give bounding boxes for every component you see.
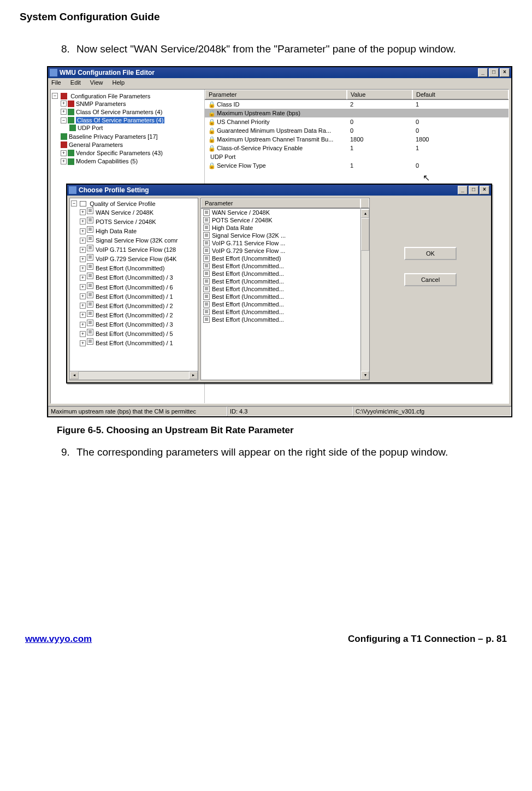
- scroll-up-icon[interactable]: ▴: [361, 209, 369, 218]
- parameter-list-item[interactable]: High Data Rate: [201, 224, 369, 232]
- scroll-left-icon[interactable]: ◂: [70, 371, 79, 379]
- expand-icon[interactable]: +: [80, 256, 86, 262]
- profile-tree-item[interactable]: +Best Effort (Uncommitted) / 6: [80, 282, 197, 291]
- profile-tree-item[interactable]: +Best Effort (Uncommitted) / 2: [80, 300, 197, 310]
- profile-tree-item[interactable]: +VoIP G.729 Service Flow (64K: [80, 253, 197, 263]
- profile-tree-item[interactable]: +WAN Service / 2048K: [80, 207, 197, 216]
- profile-tree-item[interactable]: +Signal Service Flow (32K comr: [80, 235, 197, 244]
- menu-view[interactable]: View: [90, 79, 103, 86]
- grid-row[interactable]: 🔒Guaranteed Minimum Upstream Data Ra...0…: [205, 126, 509, 135]
- scroll-track[interactable]: [361, 251, 369, 371]
- profile-tree-item[interactable]: +Best Effort (Uncommitted) / 1: [80, 291, 197, 300]
- profile-tree-item[interactable]: +VoIP G.711 Service Flow (128: [80, 244, 197, 253]
- expand-icon[interactable]: +: [80, 284, 86, 290]
- parameter-list-item[interactable]: POTS Service / 2048K: [201, 216, 369, 224]
- scroll-right-icon[interactable]: ▸: [189, 371, 198, 379]
- tree-item-selected[interactable]: −Class Of Service Parameters (4) UDP Por…: [61, 116, 203, 132]
- expand-icon[interactable]: +: [80, 219, 86, 225]
- parameter-list-item[interactable]: Best Effort (Uncommitted...: [201, 293, 369, 300]
- collapse-icon[interactable]: −: [71, 200, 77, 206]
- parameter-list-item[interactable]: Best Effort (Uncommitted...: [201, 262, 369, 270]
- close-button[interactable]: ×: [480, 186, 489, 194]
- expand-icon[interactable]: +: [61, 158, 67, 164]
- grid-row[interactable]: UDP Port: [205, 152, 509, 161]
- profile-tree-item[interactable]: +Best Effort (Uncommitted) / 5: [80, 328, 197, 338]
- tree-item[interactable]: Baseline Privacy Parameters [17]: [61, 132, 203, 140]
- col-parameter[interactable]: Parameter: [205, 90, 347, 99]
- parameter-list-item[interactable]: Best Effort (Uncommitted...: [201, 316, 369, 323]
- menu-file[interactable]: File: [51, 79, 61, 86]
- profile-tree-root[interactable]: − Quality of Service Profile +WAN Servic…: [71, 199, 197, 348]
- tree-hscrollbar[interactable]: ◂ ▸: [70, 371, 198, 380]
- parameter-list-item[interactable]: Best Effort (Uncommitted...: [201, 285, 369, 293]
- parameter-list-item[interactable]: WAN Service / 2048K: [201, 209, 369, 216]
- parameter-list-item[interactable]: VoIP G.711 Service Flow ...: [201, 239, 369, 247]
- profile-tree-item[interactable]: +High Data Rate: [80, 226, 197, 235]
- ok-button[interactable]: OK: [404, 247, 457, 260]
- minimize-button[interactable]: _: [478, 68, 488, 77]
- grid-row[interactable]: 🔒Class-of-Service Privacy Enable11: [205, 144, 509, 152]
- tree-item[interactable]: UDP Port: [69, 123, 203, 132]
- expand-icon[interactable]: +: [80, 247, 86, 253]
- expand-icon[interactable]: +: [80, 293, 86, 299]
- expand-icon[interactable]: +: [80, 331, 86, 337]
- parameter-list-item[interactable]: Best Effort (Uncommitted...: [201, 308, 369, 316]
- tree-root-node[interactable]: − Configuration File Parameters +SNMP Pa…: [52, 92, 203, 166]
- expand-icon[interactable]: +: [61, 101, 67, 107]
- expand-icon[interactable]: +: [80, 322, 86, 328]
- editor-titlebar[interactable]: WMU Configuration File Editor _ □ ×: [48, 67, 511, 78]
- expand-icon[interactable]: +: [80, 238, 86, 244]
- scroll-down-icon[interactable]: ▾: [361, 371, 369, 380]
- maximize-button[interactable]: □: [489, 68, 499, 77]
- cancel-button[interactable]: Cancel: [404, 273, 457, 286]
- tree-item[interactable]: +Modem Capabilities (5): [61, 157, 203, 165]
- tree-item[interactable]: +Vendor Specific Parameters (43): [61, 149, 203, 157]
- col-default[interactable]: Default: [412, 90, 509, 99]
- scroll-track[interactable]: [79, 371, 189, 380]
- list-vscrollbar[interactable]: ▴ ▾: [360, 209, 369, 380]
- expand-icon[interactable]: +: [80, 209, 86, 215]
- tree-item[interactable]: +Class Of Service Parameters (4): [61, 108, 203, 116]
- grid-row[interactable]: 🔒Maximum Upstream Rate (bps): [205, 109, 509, 117]
- tree-item[interactable]: +SNMP Parameters: [61, 99, 203, 108]
- footer-link[interactable]: www.vyyo.com: [25, 634, 92, 645]
- expand-icon[interactable]: +: [80, 312, 86, 318]
- parameter-list-item[interactable]: Best Effort (Uncommitted): [201, 255, 369, 262]
- profile-tree-item[interactable]: +Best Effort (Uncommitted): [80, 263, 197, 272]
- profile-tree-item[interactable]: +Best Effort (Uncommitted) / 2: [80, 310, 197, 319]
- grid-row[interactable]: 🔒Maximum Upstream Channel Transmit Bu...…: [205, 135, 509, 144]
- parameter-list-item[interactable]: Signal Service Flow (32K ...: [201, 232, 369, 239]
- collapse-icon[interactable]: −: [52, 93, 58, 99]
- minimize-button[interactable]: _: [458, 186, 468, 194]
- profile-tree-item[interactable]: +Best Effort (Uncommitted) / 3: [80, 272, 197, 281]
- profile-tree-item[interactable]: +Best Effort (Uncommitted) / 1: [80, 338, 197, 347]
- close-button[interactable]: ×: [500, 68, 510, 77]
- expand-icon[interactable]: +: [80, 340, 86, 346]
- profile-tree-item[interactable]: +POTS Service / 2048K: [80, 216, 197, 226]
- expand-icon[interactable]: +: [80, 265, 86, 271]
- collapse-icon[interactable]: −: [61, 117, 67, 123]
- menu-help[interactable]: Help: [113, 79, 125, 86]
- parameter-list-item[interactable]: Best Effort (Uncommitted...: [201, 270, 369, 278]
- col-parameter[interactable]: Parameter: [201, 198, 360, 208]
- popup-titlebar[interactable]: Choose Profile Setting _ □ ×: [67, 185, 491, 196]
- col-value[interactable]: Value: [347, 90, 412, 99]
- grid-row[interactable]: 🔒Service Flow Type10: [205, 161, 509, 170]
- grid-row[interactable]: 🔒Class ID21: [205, 100, 509, 109]
- profile-tree-item[interactable]: +Best Effort (Uncommitted) / 3: [80, 319, 197, 328]
- expand-icon[interactable]: +: [61, 150, 67, 156]
- tree-item[interactable]: General Parameters: [61, 140, 203, 149]
- expand-icon[interactable]: +: [80, 303, 86, 309]
- expand-icon[interactable]: +: [61, 109, 67, 115]
- scroll-thumb[interactable]: [361, 218, 369, 251]
- expand-icon[interactable]: +: [80, 228, 86, 234]
- parameter-list-item[interactable]: VoIP G.729 Service Flow ...: [201, 247, 369, 255]
- parameter-list[interactable]: Parameter WAN Service / 2048KPOTS Servic…: [200, 198, 370, 380]
- parameter-list-item[interactable]: Best Effort (Uncommitted...: [201, 278, 369, 285]
- profile-tree[interactable]: − Quality of Service Profile +WAN Servic…: [69, 198, 198, 380]
- maximize-button[interactable]: □: [469, 186, 478, 194]
- grid-row[interactable]: 🔒US Channel Priority00: [205, 117, 509, 126]
- menu-edit[interactable]: Edit: [70, 79, 81, 86]
- parameter-list-item[interactable]: Best Effort (Uncommitted...: [201, 300, 369, 308]
- expand-icon[interactable]: +: [80, 275, 86, 281]
